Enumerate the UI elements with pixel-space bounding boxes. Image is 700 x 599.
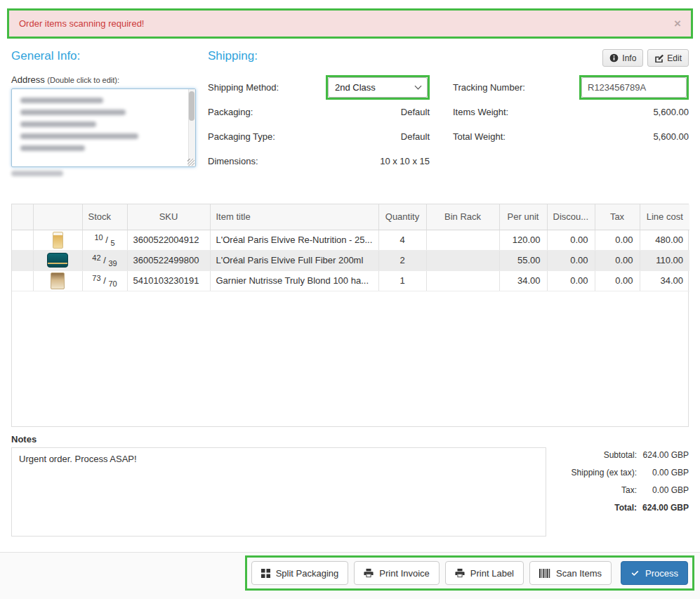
- items-weight-row: Items Weight: 5,600.00: [453, 100, 689, 124]
- tracking-number-input[interactable]: [581, 77, 687, 98]
- quantity-cell: 4: [378, 230, 426, 250]
- grand-total-label: Total:: [614, 503, 637, 513]
- tracking-number-row: Tracking Number:: [453, 75, 689, 100]
- highlight-box-alert: Order items scanning required! ×: [7, 8, 693, 39]
- highlight-box-footer-buttons: Split Packaging Print Invoice Print Labe…: [245, 555, 694, 591]
- order-process-window: Order items scanning required! × General…: [0, 0, 700, 599]
- print-label-label: Print Label: [470, 568, 514, 579]
- line-cost-cell: 34.00: [640, 270, 689, 291]
- printer-icon: [455, 568, 465, 578]
- items-weight-value: 5,600.00: [653, 107, 689, 117]
- printer-icon: [364, 568, 374, 578]
- redacted-line: [20, 133, 138, 139]
- col-header-quantity: Quantity: [378, 204, 426, 230]
- stock-cell: 73 / 70: [82, 270, 127, 291]
- tax-cell: 0.00: [595, 250, 640, 270]
- stock-cell: 42 / 39: [82, 250, 127, 270]
- col-header-bin-rack: Bin Rack: [426, 204, 499, 230]
- discount-cell: 0.00: [547, 270, 595, 291]
- sku-cell: 3600522499800: [127, 250, 210, 270]
- item-title-cell: L'Oréal Paris Elvive Re-Nutrition - 25..…: [210, 230, 378, 250]
- dimensions-value: 10 x 10 x 15: [380, 156, 430, 166]
- discount-cell: 0.00: [547, 230, 595, 250]
- dimensions-label: Dimensions:: [208, 156, 258, 166]
- table-row[interactable]: 42 / 39 3600522499800 L'Oréal Paris Elvi…: [12, 250, 689, 270]
- quantity-cell: 2: [378, 250, 426, 270]
- stock-cell: 10 / 5: [82, 230, 127, 250]
- total-weight-row: Total Weight: 5,600.00: [453, 124, 689, 149]
- barcode-icon: [539, 569, 550, 578]
- scan-items-button[interactable]: Scan Items: [529, 561, 612, 585]
- line-cost-cell: 110.00: [640, 250, 689, 270]
- footer-bar: Split Packaging Print Invoice Print Labe…: [0, 552, 700, 599]
- info-button[interactable]: Info: [602, 49, 643, 67]
- alert-message: Order items scanning required!: [19, 18, 674, 29]
- redacted-line: [20, 121, 96, 127]
- tax-total-value: 0.00 GBP: [637, 485, 689, 495]
- table-header-row: Stock SKU Item title Quantity Bin Rack P…: [12, 204, 689, 230]
- print-invoice-button[interactable]: Print Invoice: [354, 561, 440, 585]
- order-items-table: Stock SKU Item title Quantity Bin Rack P…: [11, 204, 689, 427]
- notes-textarea[interactable]: Urgent order. Process ASAP!: [11, 447, 546, 537]
- shipping-method-select[interactable]: 2nd Class: [328, 77, 428, 98]
- close-icon[interactable]: ×: [674, 18, 681, 29]
- quantity-cell: 1: [378, 270, 426, 291]
- general-info-title: General Info:: [11, 49, 201, 63]
- tax-cell: 0.00: [595, 230, 640, 250]
- sku-cell: 5410103230191: [127, 270, 210, 291]
- address-redacted-content: [20, 98, 138, 151]
- highlight-box-shipping-method: 2nd Class: [326, 75, 430, 100]
- bin-rack-cell: [426, 270, 499, 291]
- col-header-image: [33, 204, 82, 230]
- edit-button[interactable]: Edit: [647, 49, 689, 67]
- packaging-row: Packaging: Default: [208, 100, 430, 124]
- split-packaging-button[interactable]: Split Packaging: [251, 561, 349, 585]
- col-header-stock: Stock: [82, 204, 127, 230]
- product-image: [51, 272, 65, 289]
- col-header-item-title: Item title: [210, 204, 378, 230]
- table-row[interactable]: 73 / 70 5410103230191 Garnier Nutrisse T…: [12, 270, 689, 291]
- process-button[interactable]: Process: [621, 561, 688, 585]
- redacted-line: [20, 110, 126, 115]
- grand-total-value: 624.00 GBP: [637, 503, 689, 513]
- tax-total-label: Tax:: [621, 485, 637, 495]
- shipping-total-value: 0.00 GBP: [637, 468, 689, 478]
- scan-items-label: Scan Items: [556, 568, 602, 579]
- subtotal-value: 624.00 GBP: [637, 450, 689, 460]
- print-invoice-label: Print Invoice: [379, 568, 430, 579]
- redacted-line: [11, 171, 63, 176]
- grand-total-row: Total: 624.00 GBP: [520, 503, 689, 520]
- shipping-method-row: Shipping Method: 2nd Class: [208, 75, 430, 100]
- bin-rack-cell: [426, 230, 499, 250]
- header-buttons: Info Edit: [602, 49, 689, 67]
- product-image: [53, 232, 63, 249]
- dimensions-row: Dimensions: 10 x 10 x 15: [208, 149, 430, 173]
- per-unit-cell: 120.00: [499, 230, 547, 250]
- items-weight-label: Items Weight:: [453, 107, 508, 117]
- packaging-value: Default: [401, 107, 430, 117]
- address-label-row: Address (Double click to edit):: [11, 74, 201, 85]
- line-cost-cell: 480.00: [640, 230, 689, 250]
- address-textarea[interactable]: [11, 88, 196, 167]
- col-header-tax: Tax: [595, 204, 640, 230]
- notes-label: Notes: [11, 434, 37, 445]
- per-unit-cell: 34.00: [499, 270, 547, 291]
- edit-button-label: Edit: [667, 53, 682, 63]
- general-info-section: General Info: Address (Double click to e…: [11, 49, 201, 176]
- packaging-type-label: Packaging Type:: [208, 131, 275, 142]
- col-header-discount: Discou...: [547, 204, 595, 230]
- address-scrollbar-thumb[interactable]: [189, 91, 194, 121]
- edit-icon: [654, 53, 663, 62]
- split-packaging-label: Split Packaging: [276, 568, 339, 579]
- shipping-title: Shipping:: [208, 49, 258, 63]
- address-label: Address: [11, 74, 45, 85]
- resize-handle-icon[interactable]: [187, 159, 194, 166]
- bin-rack-cell: [426, 250, 499, 270]
- table-row[interactable]: 10 / 5 3600522004912 L'Oréal Paris Elviv…: [12, 230, 689, 250]
- per-unit-cell: 55.00: [499, 250, 547, 270]
- address-scrollbar[interactable]: [188, 89, 195, 166]
- info-icon: [609, 53, 619, 62]
- tax-total-row: Tax: 0.00 GBP: [520, 485, 689, 503]
- print-label-button[interactable]: Print Label: [445, 561, 524, 585]
- discount-cell: 0.00: [547, 250, 595, 270]
